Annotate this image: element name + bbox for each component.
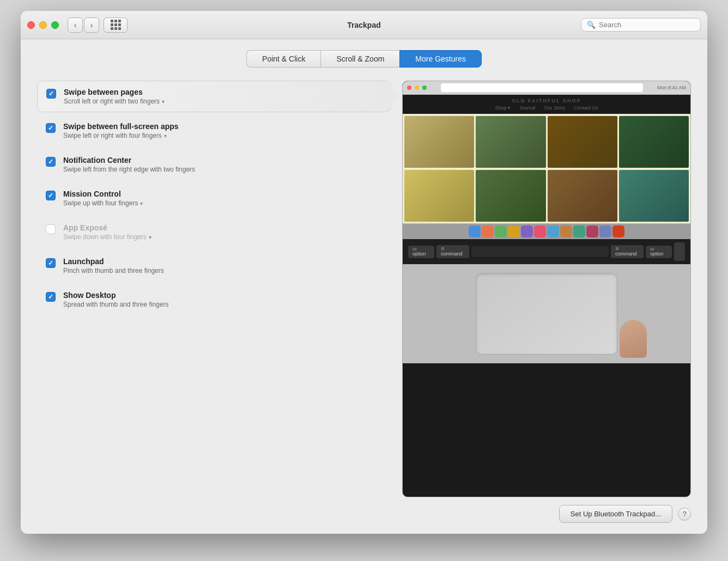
product-cell [619,116,689,168]
help-button[interactable]: ? [678,508,691,521]
window-title: Trackpad [347,21,380,29]
shop-name: OLD FAITHFUL SHOP [406,98,687,103]
key-value: command [615,251,639,257]
option-key-left: alt option [408,246,434,258]
setting-launchpad: Launchpad Pinch with thumb and three fin… [37,251,391,281]
product-cell [548,170,617,222]
setting-title: Launchpad [63,257,164,266]
setting-desc: Swipe up with four fingers ▾ [63,199,143,207]
search-input[interactable] [599,21,695,29]
key-label: ⌘ [615,247,639,251]
dock-icon [495,225,507,237]
main-window: ‹ › Trackpad 🔍 Point & Click Scroll & Zo… [21,11,707,534]
product-cell [476,116,545,168]
setting-title: Swipe between full-screen apps [63,122,179,131]
main-body: Swipe between pages Scroll left or right… [37,81,691,497]
titlebar: ‹ › Trackpad 🔍 [21,11,707,39]
trackpad-area [403,264,690,363]
dock-icon [612,225,624,237]
setup-bluetooth-button[interactable]: Set Up Bluetooth Trackpad... [559,505,672,523]
dock-icon [573,225,585,237]
product-cell [404,170,474,222]
setting-app-expose: App Exposé Swipe down with four fingers … [37,217,391,247]
nav-buttons: ‹ › [68,17,99,33]
checkbox-swipe-between-apps-box[interactable] [46,123,56,133]
setting-desc: Swipe down with four fingers ▾ [63,233,151,241]
dock-icon [547,225,559,237]
forward-button[interactable]: › [84,17,99,33]
checkbox-launchpad-box[interactable] [46,258,56,268]
checkbox-app-expose-box[interactable] [46,224,56,234]
tab-more-gestures[interactable]: More Gestures [399,50,482,68]
search-icon: 🔍 [587,21,596,29]
close-button[interactable] [27,21,35,29]
dock-icon [599,225,611,237]
app-grid-button[interactable] [104,17,128,33]
shop-nav-item: Shop ▾ [495,105,511,111]
finger-hint [620,320,647,358]
setting-notification-center: Notification Center Swipe left from the … [37,149,391,180]
settings-panel: Swipe between pages Scroll left or right… [37,81,391,497]
dock-icon [469,225,481,237]
chevron-icon: ▾ [149,234,151,240]
forward-icon: › [90,21,93,29]
setting-mission-control: Mission Control Swipe up with four finge… [37,183,391,214]
tab-scroll-zoom[interactable]: Scroll & Zoom [320,50,399,68]
key-label: alt [412,247,430,251]
bottom-bar: Set Up Bluetooth Trackpad... ? [37,497,691,523]
product-cell [404,116,474,168]
chevron-icon: ▾ [140,200,143,206]
chevron-icon: ▾ [162,99,165,105]
setting-title: Swipe between pages [64,88,165,96]
back-button[interactable]: ‹ [68,17,83,33]
key-label: ⌘ [441,247,465,251]
command-key-left: ⌘ command [436,245,469,258]
checkbox-notification-center-box[interactable] [46,157,56,167]
dock-icon [560,225,572,237]
setting-desc: Pinch with thumb and three fingers [63,267,164,275]
preview-panel: Mon 8:41 AM OLD FAITHFUL SHOP Shop ▾ Jou… [402,81,691,497]
right-key [674,242,685,261]
setting-desc: Swipe left or right with four fingers ▾ [63,132,179,139]
tab-point-click[interactable]: Point & Click [246,50,320,68]
setting-desc: Scroll left or right with two fingers ▾ [64,97,165,105]
maximize-button[interactable] [51,21,59,29]
checkbox-show-desktop-box[interactable] [46,292,56,302]
checkbox-swipe-between-pages[interactable] [46,89,56,99]
browser-url-bar [441,83,643,92]
product-cell [619,170,689,222]
dock-icon [521,225,533,237]
command-key-right: ⌘ command [611,245,644,258]
dock [403,223,690,239]
dock-icon [482,225,494,237]
setting-desc: Spread with thumb and three fingers [63,301,168,308]
browser-min [415,86,419,90]
shop-nav-item: Journal [519,105,536,111]
setting-swipe-between-pages-text: Swipe between pages Scroll left or right… [64,88,165,105]
checkbox-mission-control-box[interactable] [46,191,56,200]
shop-header: OLD FAITHFUL SHOP Shop ▾ Journal Our Sto… [403,95,690,114]
dock-icon [586,225,598,237]
key-value: option [412,251,430,257]
content-area: Point & Click Scroll & Zoom More Gesture… [21,39,707,534]
keyboard-area: alt option ⌘ command ⌘ command alt opti [403,239,690,264]
setting-title: Notification Center [63,156,195,164]
search-bar[interactable]: 🔍 [581,18,701,32]
shop-nav-item: Contact Us [574,105,598,111]
setting-title: Show Desktop [63,291,168,300]
trackpad [476,273,617,355]
browser-chrome: Mon 8:41 AM [403,81,690,95]
grid-icon [111,20,121,30]
setting-swipe-between-pages: Swipe between pages Scroll left or right… [37,81,391,112]
product-grid [403,114,690,223]
minimize-button[interactable] [39,21,47,29]
setting-title: App Exposé [63,223,151,232]
dock-icon [534,225,546,237]
shop-nav: Shop ▾ Journal Our Story Contact Us [406,105,687,111]
product-cell [548,116,617,168]
setting-show-desktop: Show Desktop Spread with thumb and three… [37,284,391,315]
shop-nav-item: Our Story [544,105,566,111]
key-value: command [441,251,465,257]
checkbox-swipe-between-pages-box[interactable] [46,89,56,99]
browser-max [422,86,427,90]
